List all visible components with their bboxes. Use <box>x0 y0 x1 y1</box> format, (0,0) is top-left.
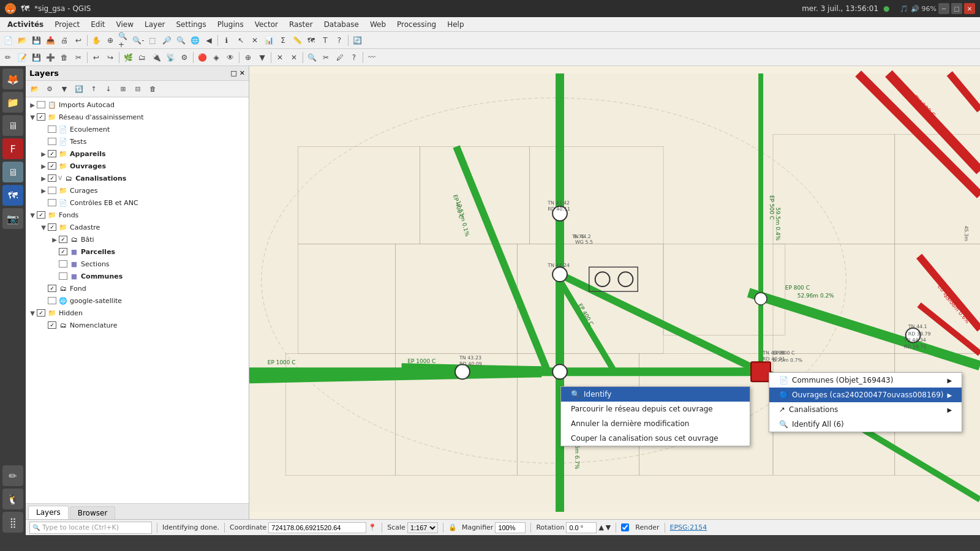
revert-btn[interactable]: ↩ <box>72 34 85 47</box>
tree-item-appareils[interactable]: ▶ ✓ 📁 Appareils <box>26 148 249 160</box>
save-as-btn[interactable]: 📥 <box>43 34 57 47</box>
edit-toggle[interactable]: 📝 <box>15 51 29 64</box>
attribute-table-btn[interactable]: 📊 <box>262 34 276 47</box>
print-btn[interactable]: 🖨 <box>58 34 71 47</box>
tree-item-bati[interactable]: ▶ ✓ 🗂 Bâti <box>26 233 249 246</box>
new-btn[interactable]: 📄 <box>1 34 15 47</box>
layer-up[interactable]: ↑ <box>87 82 100 96</box>
tree-item-sections[interactable]: ■ Sections <box>26 258 249 270</box>
cm-parcourir[interactable]: Parcourir le réseau depuis cet ouvrage <box>561 402 750 416</box>
advanced-digit5[interactable]: 🖊 <box>333 51 347 64</box>
map-canvas[interactable]: EU 200 C EP 800 C 52.96m 0.2% EP 1000 C … <box>249 66 980 519</box>
digitize-layer[interactable]: 🗂 <box>135 51 149 64</box>
menu-processing[interactable]: Processing <box>392 19 441 30</box>
menu-project[interactable]: Project <box>50 19 85 30</box>
layer-expand[interactable]: ⊞ <box>116 82 130 96</box>
cm-ouvrages[interactable]: 🔵 Ouvrages (cas240200477ouvass008169) ▶ <box>769 388 962 402</box>
tree-item-cadastre[interactable]: ▼ ✓ 📁 Cadastre <box>26 221 249 233</box>
cm-couper[interactable]: Couper la canalisation sous cet ouvrage <box>561 431 750 446</box>
menu-database[interactable]: Database <box>319 19 364 30</box>
text-annotation-btn[interactable]: T <box>318 34 332 47</box>
zoom-rubber-btn[interactable]: ⬚ <box>146 34 159 47</box>
open-btn[interactable]: 📂 <box>15 34 29 47</box>
advanced-digit3[interactable]: 🔍 <box>305 51 318 64</box>
magnifier-input[interactable] <box>495 522 526 533</box>
locate-field[interactable]: 🔍 Type to locate (Ctrl+K) <box>29 522 152 534</box>
edit-vertex[interactable]: ◈ <box>209 51 223 64</box>
tree-item-fonds[interactable]: ▼ ✓ 📁 Fonds <box>26 209 249 221</box>
menu-view[interactable]: View <box>111 19 138 30</box>
add-feature[interactable]: ➕ <box>43 51 57 64</box>
wm-minimize[interactable]: ─ <box>938 3 949 14</box>
select-btn[interactable]: ↖ <box>234 34 247 47</box>
coordinate-input[interactable] <box>268 522 366 533</box>
zoom-prev-btn[interactable]: ◀ <box>202 34 216 47</box>
tree-item-ouvrages[interactable]: ▶ ✓ 📁 Ouvrages <box>26 160 249 172</box>
layer-down[interactable]: ↓ <box>102 82 115 96</box>
tree-item-tests[interactable]: 📄 Tests <box>26 135 249 148</box>
menu-settings[interactable]: Settings <box>171 19 211 30</box>
zoom-feature-btn[interactable]: 🔎 <box>160 34 173 47</box>
tree-item-fond[interactable]: ✓ 🗂 Fond <box>26 282 249 294</box>
new-spatial-bk-btn[interactable]: 🗺 <box>304 34 318 47</box>
zoom-layer-btn[interactable]: 🔍 <box>174 34 187 47</box>
measure-btn[interactable]: 📏 <box>290 34 304 47</box>
edit-pencil[interactable]: ✏ <box>1 51 15 64</box>
snap-options[interactable]: ▼ <box>255 51 269 64</box>
epsg-label[interactable]: EPSG:2154 <box>670 523 707 531</box>
filezilla-icon[interactable]: F <box>2 138 23 159</box>
filter-icon[interactable]: ▼ <box>58 82 71 96</box>
filter-layer[interactable]: ⚙ <box>43 82 56 96</box>
tree-item-canalisations[interactable]: ▶ ✓ V 🗂 Canalisations <box>26 172 249 184</box>
menu-vector[interactable]: Vector <box>250 19 283 30</box>
snap-btn[interactable]: ⊕ <box>241 51 255 64</box>
undo-btn[interactable]: ↩ <box>89 51 103 64</box>
plugin-icon2[interactable]: 📡 <box>164 51 177 64</box>
terminal-icon[interactable]: 🖥 <box>2 115 23 136</box>
pen-icon[interactable]: ✏ <box>2 465 23 486</box>
render-checkbox[interactable] <box>621 523 629 531</box>
menu-edit[interactable]: Edit <box>86 19 110 30</box>
tree-item-ecoulement[interactable]: 📄 Ecoulement <box>26 123 249 135</box>
tree-item-imports-autocad[interactable]: ▶ 📋 Imports Autocad <box>26 99 249 111</box>
menu-activites[interactable]: Activités <box>2 19 48 30</box>
cm-identify[interactable]: 🔍 Identify <box>561 387 750 402</box>
tree-item-controles[interactable]: 📄 Contrôles EB et ANC <box>26 197 249 209</box>
advanced-digit2[interactable]: ✕ <box>287 51 301 64</box>
advanced-digit1[interactable]: ✕ <box>273 51 287 64</box>
camera-icon[interactable]: 📷 <box>2 208 23 229</box>
cut-feature[interactable]: ✂ <box>72 51 85 64</box>
help-icon2[interactable]: ? <box>347 51 361 64</box>
cm-identify-all[interactable]: 🔍 Identify All (6) <box>769 417 962 432</box>
help-btn[interactable]: ? <box>333 34 346 47</box>
plugin-icon1[interactable]: 🔌 <box>149 51 163 64</box>
vmware-icon[interactable]: 🖥 <box>2 162 23 182</box>
zoom-out-btn[interactable]: 🔍- <box>132 34 145 47</box>
tree-item-hidden[interactable]: ▼ ✓ 📁 Hidden <box>26 307 249 319</box>
save-btn[interactable]: 💾 <box>29 34 43 47</box>
tree-item-parcelles[interactable]: ✓ ■ Parcelles <box>26 246 249 258</box>
identify-btn[interactable]: ℹ <box>220 34 233 47</box>
redo-btn[interactable]: ↪ <box>104 51 117 64</box>
menu-raster[interactable]: Raster <box>284 19 318 30</box>
zoom-full-btn[interactable]: 🌐 <box>188 34 202 47</box>
menu-plugins[interactable]: Plugins <box>213 19 249 30</box>
advanced-digit4[interactable]: ✂ <box>319 51 333 64</box>
settings-icon[interactable]: ⚙ <box>178 51 191 64</box>
cm-canalisation-sub[interactable]: ↗ Canalisations ▶ <box>769 402 962 417</box>
tab-layers[interactable]: Layers <box>28 506 69 519</box>
open-field-calc-btn[interactable]: Σ <box>276 34 290 47</box>
pan-map-btn[interactable]: ⊕ <box>104 34 117 47</box>
rotation-input[interactable] <box>566 522 597 533</box>
open-layer[interactable]: 📂 <box>28 82 42 96</box>
save-edits[interactable]: 💾 <box>29 51 43 64</box>
cm-communes[interactable]: 📄 Communes (Objet_169443) ▶ <box>769 373 962 388</box>
wm-maximize[interactable]: □ <box>951 3 962 14</box>
menu-help[interactable]: Help <box>442 19 469 30</box>
digitize-green[interactable]: 🌿 <box>121 51 135 64</box>
menu-layer[interactable]: Layer <box>140 19 170 30</box>
tree-item-communes[interactable]: ■ Communes <box>26 270 249 282</box>
apps-icon[interactable]: ⣿ <box>2 512 23 533</box>
deselect-btn[interactable]: ✕ <box>248 34 262 47</box>
freehand-btn[interactable]: 〰 <box>365 51 379 64</box>
